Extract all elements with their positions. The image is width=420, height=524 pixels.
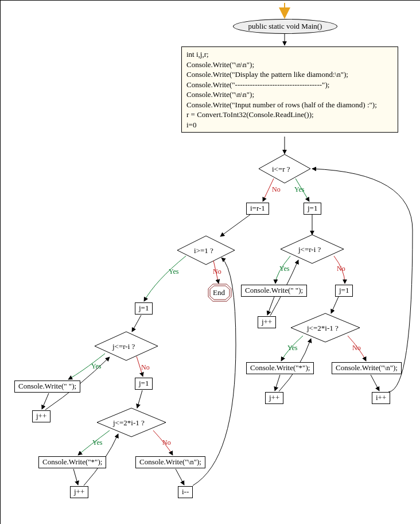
decision-j-le-2im1-left: j<=2*i-1 ? [113, 418, 145, 428]
init-code-block: int i,j,r; Console.Write("\n\n"); Consol… [181, 46, 398, 133]
label-no: No [213, 267, 221, 276]
label-no: No [337, 265, 345, 273]
label-no: No [352, 344, 361, 352]
label-no: No [141, 363, 150, 372]
label-yes: Yes [287, 344, 297, 352]
write-newline-left: Console.Write("\n"); [135, 456, 205, 468]
svg-line-15 [371, 375, 379, 391]
decision-j-le-2im1-right: j<=2*i-1 ? [307, 324, 339, 333]
decision-i-ge-1: i>=1 ? [194, 246, 213, 255]
label-yes: Yes [92, 438, 102, 447]
write-star-right: Console.Write("*"); [246, 362, 314, 374]
write-newline-right: Console.Write("\n"); [332, 362, 402, 374]
ipp: i++ [372, 392, 390, 404]
label-no: No [162, 438, 171, 447]
svg-line-6 [220, 215, 250, 236]
write-space-left: Console.Write(" "); [14, 381, 80, 393]
label-yes: Yes [169, 267, 178, 276]
label-yes: Yes [294, 185, 304, 194]
svg-line-12 [331, 297, 339, 313]
label-yes: Yes [279, 265, 289, 273]
svg-line-16 [132, 315, 141, 332]
jpp-left1: j++ [32, 410, 50, 422]
svg-line-22 [73, 469, 78, 485]
svg-line-23 [176, 469, 184, 485]
idd: i-- [178, 486, 193, 498]
decision-i-le-r: i<=r ? [272, 165, 290, 174]
assign-i-rm1: i=r-1 [246, 203, 269, 215]
flowchart-canvas: public static void Main() int i,j,r; Con… [0, 0, 420, 524]
decision-j-le-rmi-left: j<=r-i ? [112, 342, 135, 351]
write-space-right: Console.Write(" "); [241, 285, 307, 297]
jpp-left2: j++ [70, 486, 88, 498]
svg-line-19 [42, 393, 49, 409]
write-star-left: Console.Write("*"); [38, 456, 106, 468]
end-terminal: End [213, 288, 225, 297]
assign-j1-left2: j=1 [135, 378, 153, 390]
jpp-right1: j++ [258, 316, 276, 328]
jpp-right2: j++ [265, 392, 283, 404]
svg-line-20 [137, 390, 142, 408]
label-yes: Yes [91, 362, 101, 371]
assign-j1-right2: j=1 [335, 285, 353, 297]
decision-j-le-rmi-right: j<=r-i ? [298, 245, 321, 254]
svg-line-11 [267, 297, 274, 315]
assign-j1-right: j=1 [304, 203, 321, 215]
start-terminal: public static void Main() [233, 19, 337, 34]
label-no: No [272, 185, 281, 194]
svg-line-14 [275, 375, 280, 391]
assign-j1-left: j=1 [135, 302, 153, 315]
